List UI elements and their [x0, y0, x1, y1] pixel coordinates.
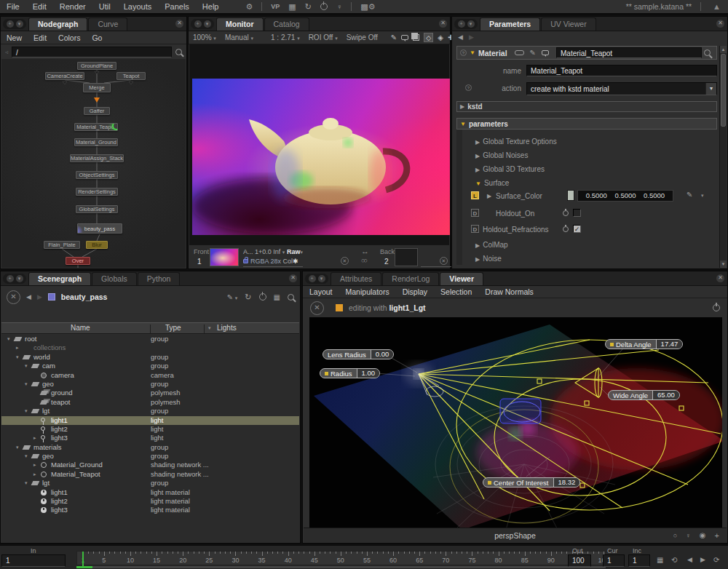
- frame-label-45[interactable]: 45: [311, 557, 318, 564]
- frame-label-85[interactable]: 85: [521, 557, 529, 564]
- lock-icon[interactable]: [243, 259, 248, 263]
- front-clear-icon[interactable]: ✕: [341, 257, 349, 265]
- frame-label-10[interactable]: 10: [127, 557, 134, 564]
- node-blur[interactable]: Blur: [86, 241, 108, 249]
- menu-colors[interactable]: Colors: [52, 32, 86, 44]
- tag-icon[interactable]: [515, 50, 524, 55]
- manipulator-pill-lens-radius[interactable]: Lens Radius0.00: [323, 349, 394, 359]
- tab-renderlog[interactable]: RenderLog: [382, 272, 439, 285]
- slate-icon[interactable]: ▦: [288, 2, 296, 12]
- tree-row-lgt[interactable]: ▾lgtgroup: [1, 407, 299, 415]
- column-name[interactable]: Name: [71, 324, 90, 332]
- expand-icon[interactable]: ▸: [33, 461, 36, 469]
- menu-manipulators[interactable]: Manipulators: [339, 286, 396, 298]
- stop-editing-icon[interactable]: ✕: [310, 301, 324, 315]
- panel-corner[interactable]: + ▾: [454, 19, 478, 29]
- node-path-input[interactable]: /: [12, 47, 172, 57]
- close-icon[interactable]: ✕: [175, 20, 183, 28]
- tab-attributes[interactable]: Attributes: [331, 272, 381, 285]
- history-back-icon[interactable]: ◀: [458, 33, 463, 41]
- node-cameracreate[interactable]: CameraCreate: [45, 72, 84, 80]
- manipulator-pill-wide-angle[interactable]: Wide Angle65.00: [608, 390, 680, 400]
- menu-panels[interactable]: Panels: [158, 1, 196, 12]
- scrollbar-thumb[interactable]: [721, 54, 726, 127]
- pan-mode-icon[interactable]: ◇: [424, 33, 433, 42]
- roi-select[interactable]: ROI Off ▾: [304, 33, 342, 41]
- panel-plus-icon[interactable]: +: [309, 275, 316, 282]
- camera-icon[interactable]: ◉: [700, 531, 706, 539]
- manipulator-pill-center-of-interest[interactable]: Center Of Interest18.32: [483, 477, 580, 488]
- surface-color-expand-icon[interactable]: ▶: [487, 193, 491, 199]
- menu-new[interactable]: New: [1, 32, 28, 44]
- panel-menu-icon[interactable]: ▾: [204, 20, 211, 28]
- chevron-down-icon[interactable]: ▾: [701, 193, 704, 199]
- pen-icon[interactable]: ✎: [391, 33, 397, 41]
- clear-selection-icon[interactable]: ✕: [7, 290, 20, 304]
- node-over[interactable]: Over: [66, 257, 90, 265]
- step-back-icon[interactable]: ◀: [687, 556, 692, 563]
- parameters-scrollbar[interactable]: ▲ ▼: [719, 46, 727, 268]
- swipe-toggle[interactable]: Swipe Off: [342, 33, 382, 41]
- flipbook-icon[interactable]: ▦: [657, 556, 663, 564]
- tree-row-light3[interactable]: light3light material: [1, 506, 299, 514]
- power-icon[interactable]: [259, 293, 266, 301]
- group-global-texture-options[interactable]: ▶Global Texture Options: [472, 138, 557, 146]
- tab-scenegraph[interactable]: Scenegraph: [28, 272, 91, 285]
- tree-row-geo[interactable]: ▾geogroup: [1, 452, 299, 461]
- swap-arrows-icon[interactable]: ↔: [361, 247, 369, 255]
- name-input[interactable]: Material_Teapot: [526, 65, 717, 76]
- menu-edit[interactable]: Edit: [26, 1, 53, 12]
- tab-parameters[interactable]: Parameters: [480, 17, 540, 31]
- menu-go[interactable]: Go: [86, 32, 108, 44]
- tree-row-light2[interactable]: light2light: [1, 425, 299, 434]
- playhead[interactable]: [82, 552, 84, 566]
- panel-plus-icon[interactable]: +: [7, 20, 14, 28]
- frame-label-35[interactable]: 35: [258, 557, 266, 564]
- action-dropdown[interactable]: create with kstd material ▾: [526, 82, 717, 95]
- stopwatch-icon[interactable]: [563, 226, 569, 232]
- menu-draw-normals[interactable]: Draw Normals: [478, 286, 540, 298]
- menu-help[interactable]: Help: [196, 1, 226, 12]
- frame-ruler[interactable]: 1510152025303540455055606570758085909510…: [76, 551, 606, 565]
- power-icon[interactable]: [713, 304, 720, 311]
- collapse-icon[interactable]: ▾: [25, 479, 28, 488]
- visibility-icon[interactable]: ○: [673, 532, 677, 539]
- frame-label-40[interactable]: 40: [285, 557, 292, 564]
- ratio-select[interactable]: 1 : 2.71 ▾: [266, 33, 304, 41]
- frame-label-70[interactable]: 70: [442, 557, 449, 564]
- collapse-icon[interactable]: ▾: [25, 452, 28, 461]
- collapse-icon[interactable]: ▾: [25, 362, 28, 370]
- tab-monitor[interactable]: Monitor: [216, 17, 264, 31]
- pen-icon[interactable]: ✎ ▾: [227, 293, 238, 301]
- tab-nodegraph[interactable]: Nodegraph: [28, 17, 87, 31]
- dropdown-arrow-icon[interactable]: ▾: [705, 83, 716, 95]
- front-inf[interactable]: Inf: [273, 248, 280, 255]
- tree-row-collections[interactable]: ▸collections: [1, 343, 299, 352]
- menu-edit[interactable]: Edit: [28, 32, 52, 44]
- light-icon[interactable]: ♀: [686, 532, 691, 539]
- material-node-header[interactable]: ? ▼ Material ✎ Material_Teapot: [456, 46, 717, 60]
- tree-row-camera[interactable]: cameracamera: [1, 371, 299, 380]
- frame-label-60[interactable]: 60: [389, 557, 397, 564]
- node-flain_plate[interactable]: Flain_Plate: [44, 241, 80, 249]
- frame-label-80[interactable]: 80: [495, 557, 502, 564]
- viewport-3d[interactable]: Lens Radius0.00Radius1.00Delta Angle17.4…: [309, 317, 722, 530]
- node-teapot[interactable]: Teapot: [116, 72, 146, 80]
- scroll-down-icon[interactable]: ▼: [720, 260, 727, 268]
- collapse-icon[interactable]: ▾: [16, 353, 19, 362]
- frame-label-15[interactable]: 15: [153, 557, 160, 564]
- tree-row-ground[interactable]: groundpolymesh: [1, 389, 299, 397]
- tree-row-material_ground[interactable]: ▸Material_Groundshading network ...: [1, 461, 299, 469]
- add-icon[interactable]: +: [715, 531, 719, 540]
- tab-catalog[interactable]: Catalog: [264, 17, 309, 31]
- default-badge[interactable]: D: [471, 209, 479, 217]
- holdout-on-checkbox[interactable]: [573, 209, 581, 217]
- front-raw-select[interactable]: Raw: [287, 248, 301, 255]
- panel-corner[interactable]: + ▾: [3, 274, 26, 284]
- frame-label-5[interactable]: 5: [102, 557, 106, 564]
- panel-menu-icon[interactable]: ▾: [16, 275, 23, 282]
- tab-viewer[interactable]: Viewer: [440, 272, 483, 285]
- front-view-select[interactable]: Col: [283, 258, 293, 265]
- panel-plus-icon[interactable]: +: [7, 275, 14, 282]
- panel-corner[interactable]: + ▾: [305, 274, 328, 284]
